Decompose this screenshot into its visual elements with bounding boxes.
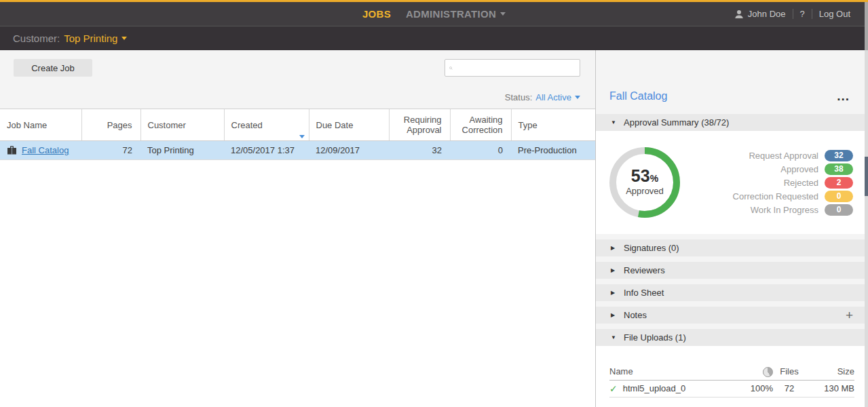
section-info-sheet[interactable]: ▶ Info Sheet [596,284,868,301]
approval-donut-chart: 53% Approved [608,146,681,219]
cell-requiring-approval: 32 [389,141,450,160]
detail-panel-header: Fall Catalog ... [596,50,868,109]
uploads-column-size: Size [806,364,854,380]
triangle-right-icon: ▶ [611,290,618,296]
upload-files-count: 72 [773,380,806,397]
status-badge: 32 [825,150,853,161]
column-header-pages[interactable]: Pages [81,109,140,141]
stat-work-in-progress: Work In Progress 0 [681,204,853,216]
section-label: Info Sheet [624,288,664,298]
stat-rejected: Rejected 2 [681,177,853,189]
section-label: Reviewers [624,265,665,275]
scrollbar-thumb[interactable] [865,157,868,196]
help-button[interactable]: ? [800,9,805,19]
user-icon [734,9,744,19]
logout-button[interactable]: Log Out [819,9,850,19]
uploads-header-row: Name Files Size [609,364,854,380]
file-uploads-table: Name Files Size ✓ [609,364,854,398]
jobs-toolbar: Create Job Status: All Active [0,50,595,109]
upload-size: 130 MB [806,380,854,397]
tab-administration[interactable]: ADMINISTRATION [406,8,506,20]
search-box[interactable] [445,59,580,77]
table-row[interactable]: Fall Catalog 72 Top Printing 12/05/2017 … [0,141,595,160]
scrollbar[interactable] [865,2,868,407]
section-notes[interactable]: ▶ Notes + [596,307,868,324]
user-menu[interactable]: John Doe [734,9,786,19]
job-title-link[interactable]: Fall Catalog [609,90,667,102]
status-badge: 0 [825,204,853,216]
uploads-column-name: Name [609,364,731,380]
cell-created: 12/05/2017 1:37 [224,141,309,160]
status-filter-dropdown[interactable]: All Active [535,92,580,102]
cell-due-date: 12/09/2017 [309,141,389,160]
column-header-due-date[interactable]: Due Date [309,109,389,141]
section-label: Notes [624,310,647,320]
upload-row[interactable]: ✓ html5_upload_0 100% 72 130 MB [609,380,854,397]
triangle-right-icon: ▶ [611,312,618,318]
donut-center-label: 53% Approved [608,146,681,219]
stat-label: Approved [780,164,818,174]
section-label: Approval Summary (38/72) [624,117,729,128]
triangle-down-icon: ▼ [611,334,618,341]
stat-approved: Approved 38 [681,163,853,175]
file-uploads-content: Name Files Size ✓ [596,346,868,407]
column-header-requiring-approval[interactable]: Requiring Approval [389,109,450,141]
tab-jobs[interactable]: JOBS [362,8,391,20]
divider [793,9,793,19]
donut-caption: Approved [626,186,664,196]
section-label: File Uploads (1) [624,332,686,343]
user-name: John Doe [748,9,786,19]
cell-awaiting-correction: 0 [450,141,511,160]
stat-request-approval: Request Approval 32 [681,150,853,161]
section-label: Signatures (0) [624,243,679,253]
approved-percent: 53 [631,166,650,185]
job-link[interactable]: Fall Catalog [22,145,69,155]
tab-administration-label: ADMINISTRATION [406,8,496,20]
column-header-awaiting-correction[interactable]: Awaiting Correction [450,109,511,141]
section-reviewers[interactable]: ▶ Reviewers [596,262,868,279]
chevron-down-icon [575,96,580,99]
app-window: JOBS ADMINISTRATION John Doe ? Log Out C… [0,0,868,407]
triangle-right-icon: ▶ [611,245,618,251]
scrollbar-track-top [865,2,868,50]
section-file-uploads[interactable]: ▼ File Uploads (1) [596,329,868,346]
customer-selector[interactable]: Top Printing [64,33,127,44]
search-input[interactable] [456,63,575,73]
more-options-button[interactable]: ... [837,94,850,99]
approval-summary-content: 53% Approved Request Approval 32 Approve… [596,131,868,234]
upload-progress: 100% [731,380,773,397]
stat-label: Request Approval [749,151,818,161]
column-header-created-label: Created [231,120,263,130]
upload-file-name: html5_upload_0 [623,383,686,393]
stat-correction-requested: Correction Requested 0 [681,191,853,202]
upload-complete-check-icon: ✓ [609,383,618,394]
column-header-created[interactable]: Created [224,109,309,141]
stat-label: Rejected [784,178,818,188]
customer-bar: Customer: Top Printing [0,26,868,50]
section-signatures[interactable]: ▶ Signatures (0) [596,239,868,256]
add-note-button[interactable]: + [846,311,853,320]
status-badge: 2 [825,177,853,189]
column-header-customer[interactable]: Customer [140,109,224,141]
column-header-type[interactable]: Type [511,109,595,141]
percent-sign: % [650,173,658,184]
stat-label: Correction Requested [733,191,818,201]
uploads-column-files: Files [773,364,806,380]
customer-selected-value: Top Printing [64,33,117,44]
chevron-down-icon [500,12,506,16]
status-badge: 0 [825,191,853,202]
create-job-button[interactable]: Create Job [14,59,92,77]
sort-desc-icon[interactable] [299,135,305,138]
cell-pages: 72 [81,141,140,160]
status-filter: Status: All Active [505,92,580,102]
status-filter-label: Status: [505,92,532,102]
jobs-list-pane: Create Job Status: All Active [0,50,595,407]
column-header-job-name[interactable]: Job Name [0,109,81,141]
section-approval-summary[interactable]: ▼ Approval Summary (38/72) [596,114,868,131]
jobs-table-header-row: Job Name Pages Customer Created Due Date… [0,109,595,141]
cell-customer: Top Printing [140,141,224,160]
triangle-down-icon: ▼ [611,119,618,125]
job-detail-panel: Fall Catalog ... ▼ Approval Summary (38/… [595,50,868,407]
chevron-down-icon [121,37,127,40]
jobs-table: Job Name Pages Customer Created Due Date… [0,109,595,160]
